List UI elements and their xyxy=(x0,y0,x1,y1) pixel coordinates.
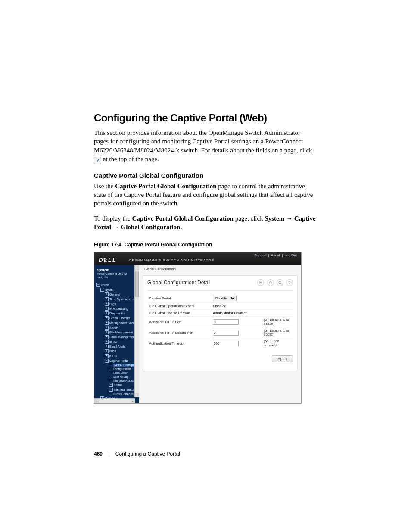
tree-cp-interface-status[interactable]: Interface Status xyxy=(114,388,135,391)
link-logout[interactable]: Log Out xyxy=(285,253,297,257)
row-hint: (0 - Disable, 1 to 65535) xyxy=(262,327,293,338)
help-icon[interactable]: ? xyxy=(286,279,293,286)
intro-paragraph: This section provides information about … xyxy=(94,128,316,164)
tree-item[interactable]: Green Ethernet xyxy=(109,317,130,320)
tree-cp-user-group[interactable]: User Group xyxy=(113,375,128,378)
link-support[interactable]: Support xyxy=(255,253,267,257)
expand-icon[interactable]: + xyxy=(105,330,109,334)
row-hint xyxy=(262,294,293,303)
scroll-right-icon[interactable]: ▸ xyxy=(131,399,135,403)
intro-text-a: This section provides information about … xyxy=(94,129,312,154)
print-icon[interactable]: ⎙ xyxy=(267,279,274,286)
scroll-down-icon[interactable]: ▾ xyxy=(135,393,139,397)
p3-g: → xyxy=(111,224,121,230)
expand-icon[interactable]: + xyxy=(105,297,109,301)
expand-icon[interactable]: + xyxy=(105,335,109,339)
expand-icon[interactable]: + xyxy=(105,307,109,311)
sidebar-vscrollbar[interactable]: ▴ ▾ xyxy=(134,265,139,397)
collapse-icon[interactable]: − xyxy=(96,283,100,287)
nav-tree[interactable]: −Home −System +General +Time Synchroniza… xyxy=(94,281,139,401)
sidebar-hscrollbar[interactable]: ◂ ▸ xyxy=(94,398,135,403)
row-hint xyxy=(262,303,293,310)
row-label: Additional HTTP Port xyxy=(147,317,211,327)
http-port-input[interactable] xyxy=(213,319,239,325)
tree-item[interactable]: General xyxy=(109,293,120,296)
use-paragraph: Use the Captive Portal Global Configurat… xyxy=(94,182,316,208)
expand-icon[interactable]: + xyxy=(105,354,109,358)
expand-icon[interactable]: + xyxy=(109,383,113,387)
p3-b: Captive Portal Global Configuration xyxy=(132,215,234,222)
topbar-links: Support | About | Log Out xyxy=(254,253,298,257)
main-area: Global Configuration Global Configuratio… xyxy=(139,265,301,403)
breadcrumb: Global Configuration xyxy=(143,265,298,275)
sidebar-model: PowerConnect M6348 xyxy=(97,272,137,276)
row-label: Captive Portal xyxy=(147,294,211,303)
scroll-thumb[interactable] xyxy=(135,271,139,297)
tree-cp-global-config[interactable]: Global Configu xyxy=(113,364,134,367)
collapse-icon[interactable]: − xyxy=(105,359,109,363)
p2-b: Captive Portal Global Configuration xyxy=(115,183,216,190)
tree-item[interactable]: SNMP xyxy=(109,326,118,329)
tree-item[interactable]: Stack Management xyxy=(109,336,135,339)
expand-icon[interactable]: + xyxy=(109,388,113,392)
scroll-up-icon[interactable]: ▴ xyxy=(135,265,139,270)
save-icon[interactable]: H xyxy=(257,279,264,286)
footer-separator: | xyxy=(108,451,109,457)
p3-h: Global Configuration. xyxy=(121,224,182,230)
tree-item[interactable]: File Management xyxy=(109,331,133,334)
row-label: Additional HTTP Secure Port xyxy=(147,327,211,338)
tree-branch-icon xyxy=(109,376,112,376)
tree-branch-icon xyxy=(109,368,112,369)
tree-branch-icon xyxy=(109,380,112,380)
expand-icon[interactable]: + xyxy=(105,349,109,353)
expand-icon[interactable]: + xyxy=(105,302,109,306)
expand-icon[interactable]: + xyxy=(105,340,109,344)
tree-item[interactable]: Diagnostics xyxy=(109,312,125,315)
sidebar: System PowerConnect M6348 root, r/w −Hom… xyxy=(94,265,139,403)
tree-item[interactable]: Time Synchronization xyxy=(109,298,138,301)
collapse-icon[interactable]: − xyxy=(100,288,104,292)
expand-icon[interactable]: + xyxy=(105,292,109,296)
row-hint: (0 - Disable, 1 to 65535) xyxy=(262,317,293,327)
row-label: CP Global Operational Status xyxy=(147,303,211,310)
tree-cp-local-user[interactable]: Local User xyxy=(113,371,127,374)
tree-item[interactable]: IP Addressing xyxy=(109,307,128,310)
expand-icon[interactable]: + xyxy=(105,326,109,330)
link-about[interactable]: About xyxy=(271,253,280,257)
page-footer: 460 | Configuring a Captive Portal xyxy=(94,451,316,457)
captive-portal-select[interactable]: Disable xyxy=(213,296,237,301)
tree-home[interactable]: Home xyxy=(101,283,109,286)
tree-cp-status[interactable]: Status xyxy=(114,383,122,386)
tree-item[interactable]: Logs xyxy=(109,302,116,305)
expand-icon[interactable]: + xyxy=(105,316,109,320)
apply-button[interactable]: Apply xyxy=(272,355,293,362)
tree-system[interactable]: System xyxy=(105,288,115,291)
product-name: OPENMANAGE™ SWITCH ADMINISTRATOR xyxy=(129,258,214,262)
page-number: 460 xyxy=(94,451,103,457)
refresh-icon[interactable]: C xyxy=(277,279,283,286)
expand-icon[interactable]: + xyxy=(105,321,109,325)
tree-captive-portal[interactable]: Captive Portal xyxy=(109,359,128,362)
tree-cp-client-conn[interactable]: Client Connectio xyxy=(113,392,135,395)
sidebar-user: root, r/w xyxy=(97,276,137,279)
figure-caption: Figure 17-4. Captive Portal Global Confi… xyxy=(94,242,316,248)
brand-logo: DELL xyxy=(99,257,117,263)
p3-c: page, click xyxy=(234,215,265,222)
p3-d: System xyxy=(265,215,284,222)
tree-cp-configuration[interactable]: Configuration xyxy=(113,367,131,370)
tree-cp-interface-assoc[interactable]: Interface Associ xyxy=(113,379,134,382)
tree-branch-icon xyxy=(109,364,112,365)
expand-icon[interactable]: + xyxy=(105,311,109,315)
help-icon: ? xyxy=(94,157,101,164)
tree-item[interactable]: ISDP xyxy=(109,350,116,353)
tree-item[interactable]: iSCSI xyxy=(109,355,117,358)
tree-item[interactable]: Email Alerts xyxy=(109,345,125,348)
row-hint: (60 to 600 seconds) xyxy=(262,338,293,349)
tree-branch-icon xyxy=(109,372,112,373)
https-port-input[interactable] xyxy=(213,330,239,336)
expand-icon[interactable]: + xyxy=(105,345,109,348)
tree-item[interactable]: sFlow xyxy=(109,340,117,343)
auth-timeout-input[interactable] xyxy=(213,341,239,346)
nav-paragraph: To display the Captive Portal Global Con… xyxy=(94,214,316,232)
scroll-left-icon[interactable]: ◂ xyxy=(94,399,99,403)
